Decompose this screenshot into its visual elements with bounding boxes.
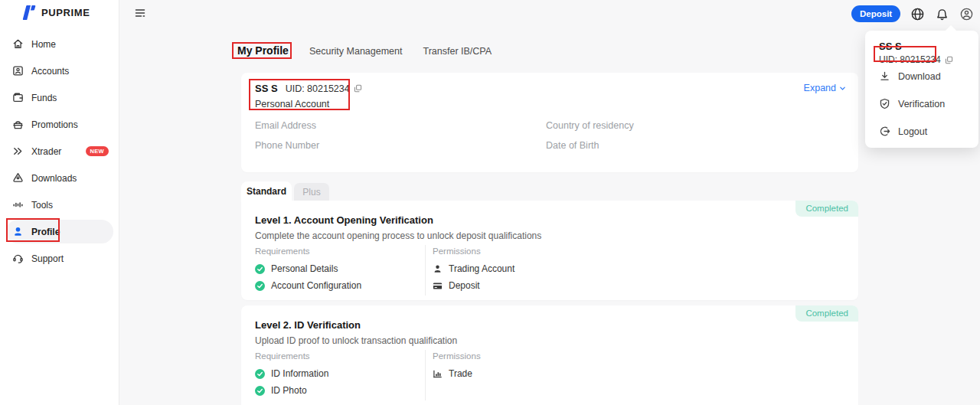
menu-item-label: Verification	[898, 99, 945, 109]
sidebar-item-support[interactable]: Support	[0, 245, 119, 272]
download-icon	[879, 70, 890, 82]
user-dropdown-menu: SS S UID: 80215234 Download Verification	[865, 31, 978, 148]
xtrader-icon	[11, 145, 24, 158]
deposit-card-icon	[433, 281, 443, 291]
sidebar-item-label: Downloads	[31, 173, 77, 184]
menu-item-label: Download	[898, 71, 941, 82]
menu-fold-icon[interactable]	[134, 7, 146, 19]
requirement-label: ID Photo	[271, 385, 307, 396]
requirement-label: Personal Details	[271, 263, 338, 274]
tab-my-profile[interactable]: My Profile	[237, 44, 289, 57]
sidebar-item-label: Funds	[31, 93, 57, 103]
sidebar-item-label: Xtrader	[31, 146, 61, 157]
requirement-label: ID Information	[271, 368, 328, 379]
level-2-card: Completed Level 2. ID Verification Uploa…	[241, 305, 858, 405]
level-1-subtitle: Complete the account opening process to …	[255, 230, 541, 241]
sidebar-item-label: Home	[31, 39, 56, 50]
tab-plus[interactable]: Plus	[294, 183, 329, 201]
check-circle-icon	[255, 264, 265, 274]
brand-name: PUPRIME	[41, 7, 90, 18]
level-2-title: Level 2. ID Verification	[255, 319, 361, 331]
menu-item-verification[interactable]: Verification	[879, 98, 945, 109]
header-actions: Deposit	[851, 5, 974, 22]
shield-check-icon	[879, 98, 890, 109]
requirements-header: Requirements	[255, 247, 310, 256]
menu-user-uid: UID: 80215234	[879, 54, 953, 65]
sidebar-item-home[interactable]: Home	[0, 31, 119, 57]
bell-icon[interactable]	[935, 7, 949, 21]
check-circle-icon	[255, 281, 265, 291]
requirement-item: ID Photo	[255, 385, 307, 396]
permission-item: Trading Account	[433, 263, 514, 274]
requirement-item: ID Information	[255, 368, 328, 379]
support-icon	[11, 253, 24, 265]
sidebar-item-xtrader[interactable]: Xtrader NEW	[0, 138, 119, 165]
permission-label: Deposit	[449, 280, 480, 291]
copy-icon[interactable]	[945, 56, 953, 64]
uid-text: UID: 80215234	[286, 83, 350, 94]
funds-icon	[11, 92, 24, 104]
copy-icon[interactable]	[354, 84, 362, 93]
status-badge: Completed	[795, 201, 858, 217]
sidebar-item-label: Promotions	[31, 119, 78, 130]
tab-security-management[interactable]: Security Management	[309, 46, 403, 57]
deposit-button[interactable]: Deposit	[851, 5, 900, 22]
sidebar-item-accounts[interactable]: Accounts	[0, 57, 119, 84]
user-icon[interactable]	[959, 7, 974, 21]
check-circle-icon	[255, 386, 265, 396]
sidebar: PUPRIME Home Accounts	[0, 0, 119, 405]
page-tabs: My Profile Security Management Transfer …	[237, 44, 492, 57]
dropdown-caret	[946, 25, 956, 36]
logout-icon	[879, 126, 890, 137]
new-badge: NEW	[86, 146, 109, 156]
column-divider	[425, 350, 426, 400]
field-date-of-birth: Date of Birth	[546, 140, 599, 151]
permissions-header: Permissions	[433, 351, 481, 361]
sidebar-item-label: Support	[31, 253, 64, 264]
tools-icon	[11, 199, 24, 211]
accounts-icon	[11, 65, 24, 77]
menu-item-download[interactable]: Download	[879, 70, 941, 82]
sidebar-item-downloads[interactable]: Downloads	[0, 165, 119, 191]
user-uid: UID: 80215234	[286, 83, 362, 94]
trade-chart-icon	[433, 369, 443, 379]
sidebar-item-label: Profile	[31, 227, 60, 237]
chevron-down-icon	[839, 85, 846, 92]
requirement-label: Account Configuration	[271, 280, 361, 291]
globe-icon[interactable]	[910, 7, 925, 21]
brand-logo[interactable]: PUPRIME	[21, 5, 90, 21]
level-1-card: Completed Level 1. Account Opening Verif…	[241, 201, 858, 300]
level-1-title: Level 1. Account Opening Verification	[255, 214, 433, 226]
level-2-subtitle: Upload ID proof to unlock transaction qu…	[255, 335, 457, 346]
puprime-logo-icon	[21, 5, 36, 21]
permissions-header: Permissions	[433, 247, 481, 256]
tab-standard[interactable]: Standard	[241, 181, 292, 201]
sidebar-item-funds[interactable]: Funds	[0, 84, 119, 111]
tab-transfer-ib-cpa[interactable]: Transfer IB/CPA	[423, 46, 492, 57]
permission-label: Trade	[449, 368, 472, 379]
promotions-icon	[11, 119, 24, 131]
menu-user-name: SS S	[879, 41, 902, 52]
field-country-of-residency: Country of residency	[546, 120, 634, 131]
identity-row: SS S UID: 80215234	[255, 83, 362, 94]
column-divider	[425, 245, 426, 296]
sidebar-nav: Home Accounts Funds Pro	[0, 31, 119, 272]
home-icon	[11, 38, 24, 51]
permission-item: Trade	[433, 368, 472, 379]
sidebar-item-profile[interactable]: Profile	[6, 220, 113, 243]
field-phone-number: Phone Number	[255, 140, 319, 151]
menu-item-label: Logout	[898, 126, 927, 137]
sidebar-item-promotions[interactable]: Promotions	[0, 111, 119, 138]
requirement-item: Personal Details	[255, 263, 338, 274]
status-badge: Completed	[795, 305, 858, 322]
sidebar-item-label: Tools	[31, 200, 53, 211]
permission-label: Trading Account	[449, 263, 514, 274]
menu-item-logout[interactable]: Logout	[879, 126, 927, 137]
sidebar-item-tools[interactable]: Tools	[0, 191, 119, 218]
downloads-icon	[11, 172, 24, 185]
expand-link[interactable]: Expand	[804, 83, 846, 93]
expand-label: Expand	[804, 83, 836, 93]
sidebar-item-label: Accounts	[31, 66, 69, 77]
field-email-address: Email Address	[255, 120, 316, 131]
check-circle-icon	[255, 369, 265, 379]
